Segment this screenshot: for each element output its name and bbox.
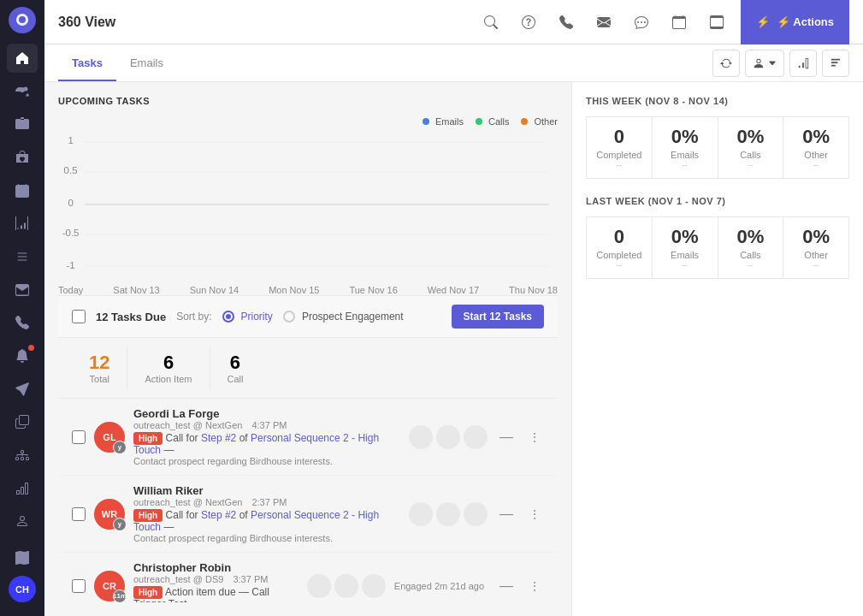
step-link[interactable]: Step #2: [201, 432, 236, 444]
priority-radio[interactable]: [222, 311, 234, 323]
svg-text:0: 0: [68, 198, 73, 208]
sidebar-item-briefcase[interactable]: [7, 110, 38, 139]
task-row: GL y Geordi La Forge outreach_test @ Nex…: [58, 399, 558, 476]
last-week-section: LAST WEEK (NOV 1 - NOV 7) 0 Completed --…: [586, 196, 849, 279]
sidebar-item-integrations[interactable]: [7, 441, 38, 471]
app-logo[interactable]: [9, 7, 36, 33]
stat-emails-lw: 0% Emails --: [653, 217, 718, 279]
engagement-radio[interactable]: [283, 311, 295, 323]
sidebar-item-send[interactable]: [7, 374, 38, 404]
tasks-summary: 12 Total 6 Action Item 6 Call: [58, 338, 558, 399]
right-panel: THIS WEEK (NOV 8 - NOV 14) 0 Completed -…: [572, 82, 863, 616]
task-checkbox[interactable]: [72, 507, 86, 521]
stat-calls-lw: 0% Calls --: [718, 217, 784, 279]
task-more-button[interactable]: ⋮: [525, 429, 544, 446]
start-tasks-button[interactable]: Start 12 Tasks: [452, 305, 545, 329]
legend-other: Other: [521, 116, 558, 127]
chart-x-labels: Today Sat Nov 13 Sun Nov 14 Mon Nov 15 T…: [58, 285, 558, 295]
svg-text:0.5: 0.5: [64, 165, 78, 175]
task-more-button[interactable]: ⋮: [525, 578, 544, 595]
sidebar-item-home[interactable]: [7, 44, 38, 74]
refresh-button[interactable]: [712, 50, 740, 77]
lightning-icon: ⚡: [756, 15, 770, 28]
action-btn-2[interactable]: [436, 425, 460, 449]
action-btn-1[interactable]: [307, 574, 331, 598]
tab-emails[interactable]: Emails: [116, 46, 177, 81]
action-btn-3[interactable]: [362, 574, 386, 598]
stat-other-lw: 0% Other --: [783, 217, 849, 279]
task-row: WR y William Riker outreach_test @ NextG…: [58, 476, 558, 553]
action-btn-3[interactable]: [464, 425, 488, 449]
sidebar-item-lists[interactable]: [7, 242, 38, 272]
svg-text:-0.5: -0.5: [62, 228, 80, 238]
person-filter-button[interactable]: [745, 50, 784, 77]
phone-icon[interactable]: [553, 9, 580, 36]
task-chart: 1 0.5 0 -0.5 -1: [58, 133, 558, 279]
task-avatar: GL y: [94, 422, 125, 453]
this-week-stats: 0 Completed -- 0% Emails -- 0% Calls --: [586, 116, 849, 179]
sort-view-button[interactable]: [822, 50, 849, 77]
task-content: Geordi La Forge outreach_test @ NextGen …: [133, 407, 400, 466]
sidebar-item-phone[interactable]: [7, 308, 38, 338]
sidebar-item-analytics[interactable]: [7, 209, 38, 239]
lines-icon[interactable]: [703, 9, 730, 36]
action-btn-1[interactable]: [409, 502, 433, 526]
sidebar-item-notifications[interactable]: [7, 341, 38, 371]
upcoming-tasks-title: UPCOMING TASKS: [58, 96, 558, 106]
tabs-bar: Tasks Emails: [44, 44, 863, 82]
this-week-section: THIS WEEK (NOV 8 - NOV 14) 0 Completed -…: [586, 96, 849, 179]
help-icon[interactable]: [515, 9, 542, 36]
stat-other-tw: 0% Other --: [783, 117, 849, 179]
stat-calls-tw: 0% Calls --: [718, 117, 784, 179]
action-btn-2[interactable]: [334, 574, 358, 598]
sidebar-item-dollar[interactable]: [7, 143, 38, 173]
stat-completed-tw: 0 Completed --: [587, 117, 653, 179]
chat-icon[interactable]: [628, 9, 655, 36]
task-more-button[interactable]: ⋮: [525, 506, 544, 523]
priority-badge: High: [133, 586, 163, 599]
sidebar-item-map[interactable]: [7, 543, 38, 573]
tab-tasks[interactable]: Tasks: [58, 46, 116, 81]
priority-badge: High: [133, 432, 163, 445]
sidebar-item-inbox[interactable]: [7, 275, 38, 305]
sidebar-item-copy[interactable]: [7, 407, 38, 437]
step-link[interactable]: Step #2: [201, 509, 236, 521]
action-btn-3[interactable]: [464, 502, 488, 526]
user-avatar[interactable]: CH: [9, 576, 36, 602]
task-checkbox[interactable]: [72, 579, 86, 593]
task-avatar: WR y: [94, 499, 125, 530]
select-all-checkbox[interactable]: [72, 310, 86, 323]
sort-by-label: Sort by:: [176, 311, 211, 323]
legend-calls: Calls: [476, 116, 510, 127]
sidebar-item-contacts[interactable]: [7, 76, 38, 106]
search-icon[interactable]: [477, 9, 505, 36]
main-content: 360 View ⚡ ⚡ Actions Tasks: [44, 0, 863, 616]
actions-button[interactable]: ⚡ ⚡ Actions: [741, 0, 849, 44]
task-actions: [307, 574, 386, 598]
sidebar: CH: [0, 0, 44, 616]
sort-priority[interactable]: Priority: [222, 311, 273, 323]
sidebar-item-user[interactable]: [7, 506, 38, 536]
priority-badge: High: [133, 509, 163, 522]
summary-call: 6 Call: [210, 346, 261, 389]
task-dash-button[interactable]: —: [496, 577, 517, 595]
tasks-due-label: 12 Tasks Due: [96, 311, 166, 323]
task-dash-button[interactable]: —: [496, 428, 517, 447]
summary-total: 12 Total: [72, 346, 127, 389]
sidebar-item-reports[interactable]: [7, 473, 38, 503]
sidebar-item-calendar[interactable]: [7, 175, 38, 205]
chart-legend: Emails Calls Other: [58, 116, 558, 127]
email-icon[interactable]: [590, 9, 618, 36]
left-panel: UPCOMING TASKS Emails Calls Other: [44, 82, 572, 616]
task-row: CR 11m Christopher Robin outreach_test @…: [58, 553, 558, 602]
action-btn-2[interactable]: [436, 502, 460, 526]
task-avatar: CR 11m: [94, 571, 125, 601]
task-dash-button[interactable]: —: [496, 505, 517, 524]
calendar-icon[interactable]: [665, 9, 693, 36]
page-title: 360 View: [58, 15, 467, 30]
task-checkbox[interactable]: [72, 430, 86, 444]
chart-view-button[interactable]: [789, 50, 817, 77]
other-dot: [521, 118, 528, 125]
action-btn-1[interactable]: [409, 425, 433, 449]
sort-engagement[interactable]: Prospect Engagement: [283, 311, 404, 323]
